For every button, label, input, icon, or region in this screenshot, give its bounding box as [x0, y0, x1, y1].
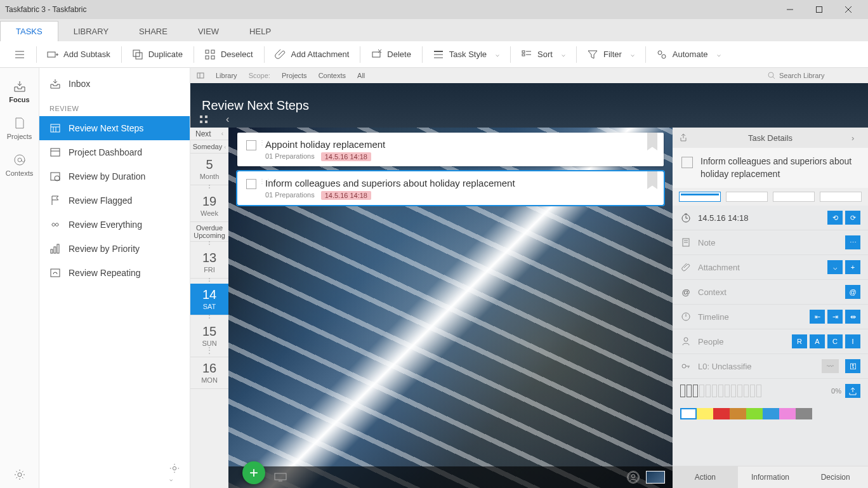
sort-button[interactable]: Sort⌵	[512, 45, 575, 64]
scope-library[interactable]: Library	[216, 72, 237, 79]
security-level-button[interactable]: 〰	[822, 359, 839, 373]
task-checkbox[interactable]	[681, 157, 693, 168]
menu-library[interactable]: LIBRARY	[58, 22, 124, 41]
progress-bar-segment[interactable]	[731, 385, 736, 397]
timeline-day-14[interactable]: 14SAT	[190, 284, 228, 315]
background-thumbnail[interactable]	[646, 471, 665, 484]
scope-projects[interactable]: Projects	[282, 72, 307, 79]
progress-bar-segment[interactable]	[756, 385, 761, 397]
drag-grip-icon[interactable]: ⋮⋮	[259, 142, 272, 144]
progress-bar-segment[interactable]	[687, 385, 692, 397]
segment-4[interactable]	[820, 192, 862, 202]
timeline-both-button[interactable]: ⇹	[845, 310, 860, 324]
task-card[interactable]: ⋮⋮ Inform colleagues and superiors about…	[237, 171, 664, 205]
reset-time-button[interactable]: ⟲	[827, 211, 843, 225]
attachment-add-button[interactable]: +	[845, 260, 860, 274]
rail-focus[interactable]: Focus	[0, 73, 39, 110]
grid-icon[interactable]	[199, 115, 208, 124]
color-swatch[interactable]	[713, 408, 730, 419]
progress-bar-segment[interactable]	[744, 385, 749, 397]
color-swatch[interactable]	[680, 408, 697, 419]
progress-bar-segment[interactable]	[737, 385, 742, 397]
progress-bar-segment[interactable]	[750, 385, 755, 397]
details-people[interactable]: People R A C I	[673, 329, 868, 354]
segment-3[interactable]	[773, 192, 815, 202]
note-expand-button[interactable]: ⋯	[845, 235, 860, 249]
timeline-week[interactable]: 19Week	[190, 190, 228, 222]
add-fab[interactable]: +	[242, 461, 265, 484]
color-swatch[interactable]	[779, 408, 796, 419]
task-style-button[interactable]: Task Style⌵	[424, 45, 509, 64]
sidebar-settings[interactable]: ⌵	[169, 463, 180, 483]
security-key-button[interactable]: ⚿	[845, 359, 860, 373]
deselect-button[interactable]: Deselect	[195, 45, 263, 64]
color-swatch[interactable]	[796, 408, 812, 419]
tab-information[interactable]: Information	[738, 466, 803, 488]
tab-decision[interactable]: Decision	[803, 466, 868, 488]
attachment-dropdown-button[interactable]: ⌵	[827, 260, 843, 274]
people-i-button[interactable]: I	[845, 334, 860, 348]
task-checkbox[interactable]	[246, 140, 256, 150]
color-swatch[interactable]	[697, 408, 713, 419]
timeline-start-button[interactable]: ⇤	[810, 310, 825, 324]
sidebar-inbox[interactable]: Inbox	[39, 72, 190, 96]
user-avatar-icon[interactable]	[627, 471, 640, 484]
maximize-button[interactable]	[805, 0, 834, 19]
minimize-button[interactable]	[775, 0, 805, 19]
timeline-month[interactable]: 5Month	[190, 154, 228, 185]
sidebar-review-next-steps[interactable]: Review Next Steps	[39, 116, 190, 140]
sidebar-review-repeating[interactable]: Review Repeating	[39, 261, 190, 285]
bookmark-icon[interactable]	[647, 133, 657, 150]
details-note[interactable]: Note ⋯	[673, 230, 868, 255]
details-context[interactable]: @ Context @	[673, 280, 868, 305]
sidebar-review-everything[interactable]: Review Everything	[39, 213, 190, 237]
share-icon[interactable]	[679, 133, 689, 142]
menu-view[interactable]: VIEW	[183, 22, 234, 41]
menu-share[interactable]: SHARE	[124, 22, 183, 41]
sidebar-review-flagged[interactable]: Review Flagged	[39, 188, 190, 213]
details-security[interactable]: L0: Unclassifie 〰 ⚿	[673, 354, 868, 379]
progress-bar-segment[interactable]	[712, 385, 717, 397]
chevron-right-icon[interactable]: ›	[852, 133, 862, 143]
add-subtask-button[interactable]: Add Subtask	[38, 45, 120, 64]
progress-bar-segment[interactable]	[680, 385, 685, 397]
progress-bar-segment[interactable]	[706, 385, 711, 397]
search-input[interactable]	[779, 72, 862, 79]
close-button[interactable]	[834, 0, 863, 19]
bookmark-icon[interactable]	[647, 171, 657, 189]
color-swatch[interactable]	[746, 408, 763, 419]
context-button[interactable]: @	[845, 285, 860, 299]
segment-1[interactable]	[679, 192, 721, 202]
repeat-time-button[interactable]: ⟳	[845, 211, 860, 225]
list-view-button[interactable]	[5, 45, 35, 64]
filter-button[interactable]: Filter⌵	[578, 45, 644, 64]
progress-bar-segment[interactable]	[693, 385, 698, 397]
details-timeline[interactable]: Timeline ⇤⇥⇹	[673, 305, 868, 329]
timeline-day-16[interactable]: 16MON	[190, 357, 228, 389]
upload-button[interactable]	[845, 384, 860, 398]
segment-2[interactable]	[726, 192, 768, 202]
progress-bar-segment[interactable]	[699, 385, 704, 397]
details-attachment[interactable]: Attachment ⌵+	[673, 255, 868, 280]
sidebar-project-dashboard[interactable]: Project Dashboard	[39, 140, 190, 164]
progress-bar-segment[interactable]	[725, 385, 730, 397]
timeline-end-button[interactable]: ⇥	[827, 310, 843, 324]
details-datetime[interactable]: 14.5.16 14:18 ⟲⟳	[673, 206, 868, 230]
menu-tasks[interactable]: TASKS	[0, 21, 58, 41]
scope-all[interactable]: All	[357, 72, 365, 79]
monitor-icon[interactable]	[274, 473, 287, 482]
timeline-day-15[interactable]: 15SUN⋮	[190, 320, 228, 357]
people-a-button[interactable]: A	[810, 334, 825, 348]
rail-contexts[interactable]: Contexts	[0, 147, 39, 183]
tab-action[interactable]: Action	[673, 466, 738, 488]
color-swatch[interactable]	[763, 408, 779, 419]
people-r-button[interactable]: R	[792, 334, 807, 348]
duplicate-button[interactable]: Duplicate	[123, 45, 192, 64]
scope-contexts[interactable]: Contexts	[319, 72, 346, 79]
sidebar-review-priority[interactable]: Review by Priority	[39, 237, 190, 261]
color-swatch[interactable]	[730, 408, 746, 419]
rail-projects[interactable]: Projects	[0, 110, 39, 147]
task-card[interactable]: ⋮⋮ Appoint holiday replacement 01 Prepar…	[237, 133, 664, 166]
sidebar-review-duration[interactable]: Review by Duration	[39, 164, 190, 188]
menu-help[interactable]: HELP	[234, 22, 286, 41]
